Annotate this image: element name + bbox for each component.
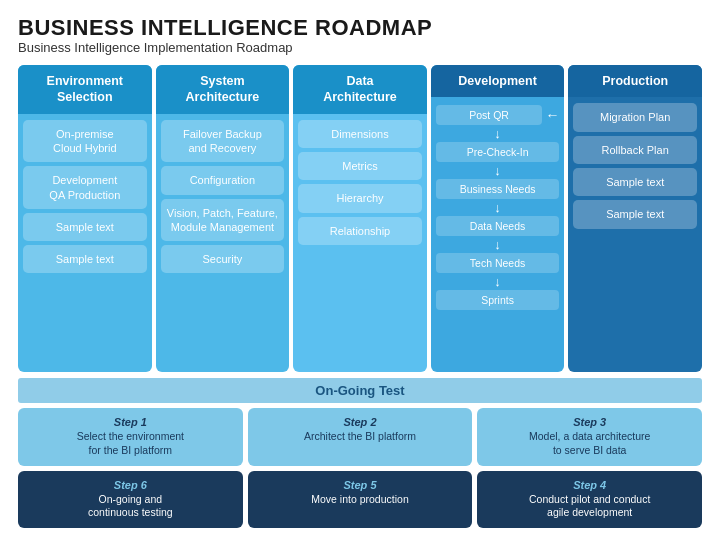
step-5-label: Step 5 <box>258 479 463 491</box>
prod-item-3: Sample text <box>573 168 697 196</box>
step-6-desc: On-going andcontinuous testing <box>28 493 233 520</box>
page-subtitle: Business Intelligence Implementation Roa… <box>18 40 702 55</box>
step-4-desc: Conduct pilot and conductagile developme… <box>487 493 692 520</box>
dev-post-qr: Post QR <box>436 105 543 125</box>
dev-business-needs: Business Needs <box>436 179 560 199</box>
col-env-body: On-premiseCloud Hybrid DevelopmentQA Pro… <box>18 114 152 373</box>
col-development: Development Post QR ← ↓ Pre-Check-In ↓ B… <box>431 65 565 372</box>
page-title: BUSINESS INTELLIGENCE ROADMAP <box>18 16 702 40</box>
step-3-desc: Model, a data architectureto serve BI da… <box>487 430 692 457</box>
dev-arrow-2: ↓ <box>494 164 501 177</box>
step-2-label: Step 2 <box>258 416 463 428</box>
col-data-architecture: DataArchitecture Dimensions Metrics Hier… <box>293 65 427 372</box>
col-data-body: Dimensions Metrics Hierarchy Relationshi… <box>293 114 427 373</box>
step-6-label: Step 6 <box>28 479 233 491</box>
col-data-header: DataArchitecture <box>293 65 427 114</box>
step-3-card: Step 3 Model, a data architectureto serv… <box>477 408 702 465</box>
sys-item-4: Security <box>161 245 285 273</box>
data-item-1: Dimensions <box>298 120 422 148</box>
dev-arrow-3: ↓ <box>494 201 501 214</box>
col-dev-header: Development <box>431 65 565 97</box>
dev-arrow-1: ↓ <box>494 127 501 140</box>
step-2-desc: Architect the BI platform <box>258 430 463 444</box>
steps-grid: Step 1 Select the environmentfor the BI … <box>18 408 702 528</box>
col-prod-header: Production <box>568 65 702 97</box>
step-2-card: Step 2 Architect the BI platform <box>248 408 473 465</box>
col-system-architecture: SystemArchitecture Failover Backupand Re… <box>156 65 290 372</box>
col-sys-body: Failover Backupand Recovery Configuratio… <box>156 114 290 373</box>
prod-item-2: Rollback Plan <box>573 136 697 164</box>
sys-item-2: Configuration <box>161 166 285 194</box>
sys-item-1: Failover Backupand Recovery <box>161 120 285 163</box>
arrow-left-icon: ← <box>545 107 559 123</box>
dev-tech-needs: Tech Needs <box>436 253 560 273</box>
prod-item-4: Sample text <box>573 200 697 228</box>
dev-post-qr-row: Post QR ← <box>436 105 560 125</box>
env-item-1: On-premiseCloud Hybrid <box>23 120 147 163</box>
step-1-label: Step 1 <box>28 416 233 428</box>
env-item-2: DevelopmentQA Production <box>23 166 147 209</box>
col-prod-body: Migration Plan Rollback Plan Sample text… <box>568 97 702 372</box>
columns-container: EnvironmentSelection On-premiseCloud Hyb… <box>18 65 702 372</box>
page: BUSINESS INTELLIGENCE ROADMAP Business I… <box>0 0 720 540</box>
dev-pre-checkin: Pre-Check-In <box>436 142 560 162</box>
step-5-desc: Move into production <box>258 493 463 507</box>
dev-arrow-4: ↓ <box>494 238 501 251</box>
sys-item-3: Vision, Patch, Feature,Module Management <box>161 199 285 242</box>
data-item-3: Hierarchy <box>298 184 422 212</box>
step-5-card: Step 5 Move into production <box>248 471 473 528</box>
col-dev-body: Post QR ← ↓ Pre-Check-In ↓ Business Need… <box>431 97 565 372</box>
dev-sprints: Sprints <box>436 290 560 310</box>
ongoing-test-banner: On-Going Test <box>18 378 702 403</box>
step-4-label: Step 4 <box>487 479 692 491</box>
dev-flow: Post QR ← ↓ Pre-Check-In ↓ Business Need… <box>436 103 560 312</box>
dev-data-needs: Data Needs <box>436 216 560 236</box>
col-sys-header: SystemArchitecture <box>156 65 290 114</box>
env-item-4: Sample text <box>23 245 147 273</box>
prod-item-1: Migration Plan <box>573 103 697 131</box>
step-6-card: Step 6 On-going andcontinuous testing <box>18 471 243 528</box>
step-4-card: Step 4 Conduct pilot and conductagile de… <box>477 471 702 528</box>
step-3-label: Step 3 <box>487 416 692 428</box>
step-1-card: Step 1 Select the environmentfor the BI … <box>18 408 243 465</box>
env-item-3: Sample text <box>23 213 147 241</box>
col-production: Production Migration Plan Rollback Plan … <box>568 65 702 372</box>
dev-arrow-5: ↓ <box>494 275 501 288</box>
data-item-4: Relationship <box>298 217 422 245</box>
col-env-header: EnvironmentSelection <box>18 65 152 114</box>
col-environment: EnvironmentSelection On-premiseCloud Hyb… <box>18 65 152 372</box>
data-item-2: Metrics <box>298 152 422 180</box>
step-1-desc: Select the environmentfor the BI platfor… <box>28 430 233 457</box>
